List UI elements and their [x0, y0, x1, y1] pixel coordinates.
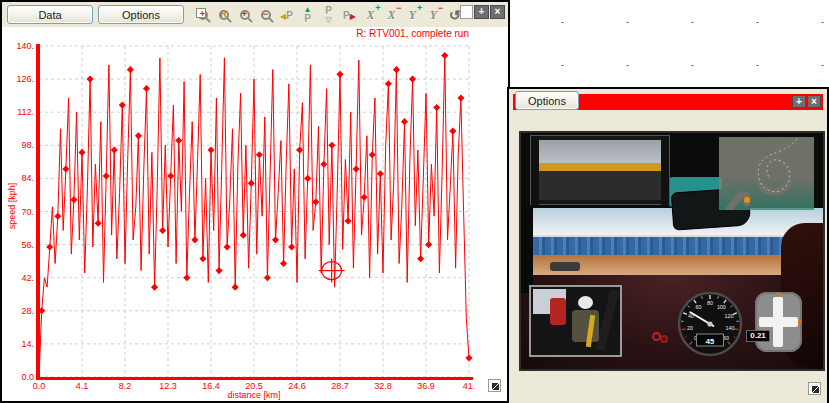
svg-text:20: 20 [687, 325, 693, 331]
car-position-dot [744, 197, 750, 203]
svg-text:126.: 126. [16, 74, 34, 84]
driver-helmet [578, 296, 593, 309]
resize-grip[interactable] [488, 379, 501, 392]
svg-text:84.: 84. [21, 173, 34, 183]
y-expand-button[interactable]: Y+ [402, 5, 423, 25]
y-shrink-button[interactable]: Y− [423, 5, 444, 25]
svg-text:0.0: 0.0 [21, 372, 34, 382]
next-point-button[interactable]: P▶ [339, 5, 360, 25]
previous-point-icon: ◀P [280, 7, 293, 22]
svg-text:140.: 140. [16, 41, 34, 51]
video-window: Options + × [507, 87, 829, 403]
chart-toolbar: Data Options + R + − ◀P ▲P P▽ P▶ X+ X− Y… [2, 2, 508, 27]
svg-text:45: 45 [706, 337, 714, 346]
svg-text:100: 100 [717, 304, 726, 310]
track-map-overlay [719, 137, 814, 210]
close-icon: × [495, 6, 501, 17]
zoom-out-icon: − [261, 10, 271, 20]
svg-text:42.: 42. [21, 273, 34, 283]
zoom-reset-button[interactable]: R [213, 5, 234, 25]
point-down-icon: P▽ [325, 6, 332, 24]
move-window-button[interactable]: + [792, 95, 806, 108]
svg-text:112.: 112. [17, 107, 34, 117]
point-up-button[interactable]: ▲P [297, 5, 318, 25]
x-plus-icon: X+ [366, 7, 374, 23]
pit-wall [536, 163, 664, 171]
gforce-tick [776, 293, 780, 296]
zoom-box-icon: + [198, 10, 208, 20]
video-title-bar[interactable]: Options + × [513, 94, 823, 110]
window-controls: + × [460, 5, 505, 19]
rear-pillar [661, 136, 669, 206]
next-point-icon: P▶ [343, 7, 356, 22]
move-icon: + [796, 96, 802, 107]
svg-text:120: 120 [724, 313, 733, 319]
dash-vent [550, 262, 580, 271]
pin-button[interactable] [460, 5, 473, 19]
video-window-controls: + × [792, 95, 821, 108]
speedometer-gauge: 02040608010012014016045 [674, 288, 746, 360]
roll-cage [596, 289, 620, 351]
x-axis-title: distance [km] [39, 390, 469, 400]
gforce-tick [798, 320, 801, 324]
x-shrink-button[interactable]: X− [381, 5, 402, 25]
x-minus-icon: X− [387, 7, 395, 23]
onboard-video-feed: 02040608010012014016045 0.21 [519, 131, 825, 371]
svg-text:28.: 28. [21, 306, 34, 316]
refresh-icon: ↺ [449, 7, 461, 23]
point-down-button[interactable]: P▽ [318, 5, 339, 25]
data-button[interactable]: Data [7, 5, 93, 24]
svg-text:70.: 70. [21, 207, 34, 217]
move-window-button[interactable]: + [474, 5, 489, 19]
gforce-indicator: 0.21 [755, 292, 802, 352]
zoom-out-button[interactable]: − [255, 5, 276, 25]
move-icon: + [479, 6, 485, 17]
rear-pillar [531, 136, 539, 206]
close-icon: × [811, 96, 817, 107]
rear-deck [536, 171, 664, 200]
svg-text:80: 80 [707, 300, 713, 306]
a-pillar [521, 203, 533, 293]
grandstand [521, 235, 823, 255]
driver-camera-inset [529, 285, 622, 357]
svg-text:14.: 14. [21, 339, 34, 349]
zoom-in-icon: + [240, 10, 250, 20]
svg-text:98.: 98. [21, 140, 34, 150]
video-options-button[interactable]: Options [515, 91, 579, 110]
y-plus-icon: Y+ [409, 7, 416, 23]
x-expand-button[interactable]: X+ [360, 5, 381, 25]
zoom-in-button[interactable]: + [234, 5, 255, 25]
previous-point-button[interactable]: ◀P [276, 5, 297, 25]
y-minus-icon: Y− [430, 7, 437, 23]
zoom-reset-icon: R [219, 10, 229, 20]
y-axis-title: speed [kph] [7, 169, 17, 243]
speed-distance-chart[interactable]: 0.04.18.212.316.420.524.628.732.836.941.… [2, 38, 508, 401]
tool-icon-strip: + R + − ◀P ▲P P▽ P▶ X+ X− Y+ Y− ↺ [192, 4, 465, 26]
close-window-button[interactable]: × [490, 5, 505, 19]
point-up-icon: ▲P [304, 6, 312, 24]
svg-text:56.: 56. [21, 240, 34, 250]
svg-text:60: 60 [696, 304, 702, 310]
gforce-cross-horizontal [759, 317, 798, 327]
chart-window: Data Options + R + − ◀P ▲P P▽ P▶ X+ X− Y… [0, 0, 510, 403]
close-window-button[interactable]: × [807, 95, 821, 108]
rear-camera-inset [530, 135, 670, 205]
zoom-box-button[interactable]: + [192, 5, 213, 25]
svg-text:140: 140 [726, 325, 735, 331]
options-button[interactable]: Options [98, 5, 184, 24]
harness-pad [550, 298, 566, 325]
track-map-path [719, 137, 814, 210]
red-coil [660, 335, 668, 343]
resize-grip[interactable] [808, 382, 821, 395]
gforce-value: 0.21 [746, 330, 770, 342]
